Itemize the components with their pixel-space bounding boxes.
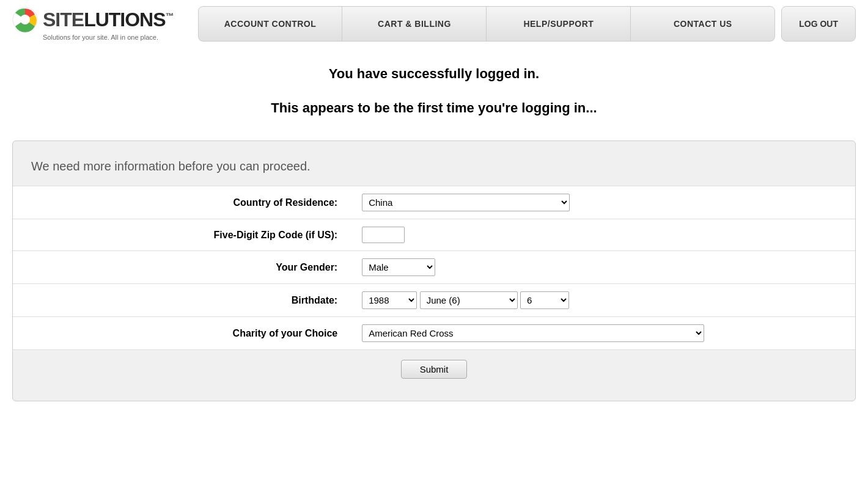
logo-site-text: SITE — [43, 9, 84, 31]
nav-cart-billing[interactable]: CART & BILLING — [342, 7, 487, 41]
logo: SITELUTIONS™ Solutions for your site. Al… — [12, 7, 174, 41]
zip-label: Five-Digit Zip Code (if US): — [13, 219, 350, 251]
zip-control — [350, 219, 855, 251]
logo-tm: ™ — [166, 11, 174, 21]
nav-help-support[interactable]: HELP/SUPPORT — [487, 7, 631, 41]
submit-row: Submit — [13, 350, 855, 388]
birthdate-row: Birthdate: 1988 1985 1990 1995 2000 Janu… — [13, 284, 855, 317]
charity-label: Charity of your Choice — [13, 317, 350, 350]
birth-month-select[interactable]: January (1) February (2) March (3) April… — [420, 291, 518, 309]
birth-day-select[interactable]: 1 2 3 4 5 6 7 8 9 10 — [520, 291, 569, 309]
charity-control: American Red Cross UNICEF World Wildlife… — [350, 317, 855, 350]
logo-lutions-text: LUTIONS — [84, 9, 165, 31]
birthdate-label: Birthdate: — [13, 284, 350, 317]
nav-contact-us[interactable]: CONTACT US — [631, 7, 774, 41]
charity-row: Charity of your Choice American Red Cros… — [13, 317, 855, 350]
first-time-message: This appears to be the first time you're… — [12, 100, 856, 116]
svg-point-1 — [20, 15, 30, 24]
country-select[interactable]: China United States United Kingdom Canad… — [362, 194, 570, 211]
header: SITELUTIONS™ Solutions for your site. Al… — [0, 0, 868, 48]
zip-input[interactable] — [362, 227, 405, 243]
submit-button[interactable]: Submit — [401, 360, 468, 379]
gender-row: Your Gender: Male Female Other — [13, 251, 855, 284]
form-box-header: We need more information before you can … — [13, 153, 855, 186]
gender-control: Male Female Other — [350, 251, 855, 284]
info-form-box: We need more information before you can … — [12, 140, 856, 401]
country-label: Country of Residence: — [13, 186, 350, 219]
zip-row: Five-Digit Zip Code (if US): — [13, 219, 855, 251]
birth-year-select[interactable]: 1988 1985 1990 1995 2000 — [362, 291, 417, 309]
logo-tagline: Solutions for your site. All in one plac… — [43, 34, 158, 41]
nav-account-control[interactable]: ACCOUNT CONTROL — [199, 7, 343, 41]
gender-label: Your Gender: — [13, 251, 350, 284]
birthdate-control: 1988 1985 1990 1995 2000 January (1) Feb… — [350, 284, 855, 317]
logout-button[interactable]: LOG OUT — [781, 6, 856, 42]
gender-select[interactable]: Male Female Other — [362, 258, 435, 276]
logo-icon — [12, 7, 38, 32]
country-row: Country of Residence: China United State… — [13, 186, 855, 219]
info-form-table: Country of Residence: China United State… — [13, 186, 855, 350]
charity-select[interactable]: American Red Cross UNICEF World Wildlife… — [362, 324, 704, 342]
country-control: China United States United Kingdom Canad… — [350, 186, 855, 219]
main-nav: ACCOUNT CONTROL CART & BILLING HELP/SUPP… — [198, 6, 776, 42]
success-message: You have successfully logged in. — [12, 66, 856, 82]
main-content: You have successfully logged in. This ap… — [0, 48, 868, 420]
